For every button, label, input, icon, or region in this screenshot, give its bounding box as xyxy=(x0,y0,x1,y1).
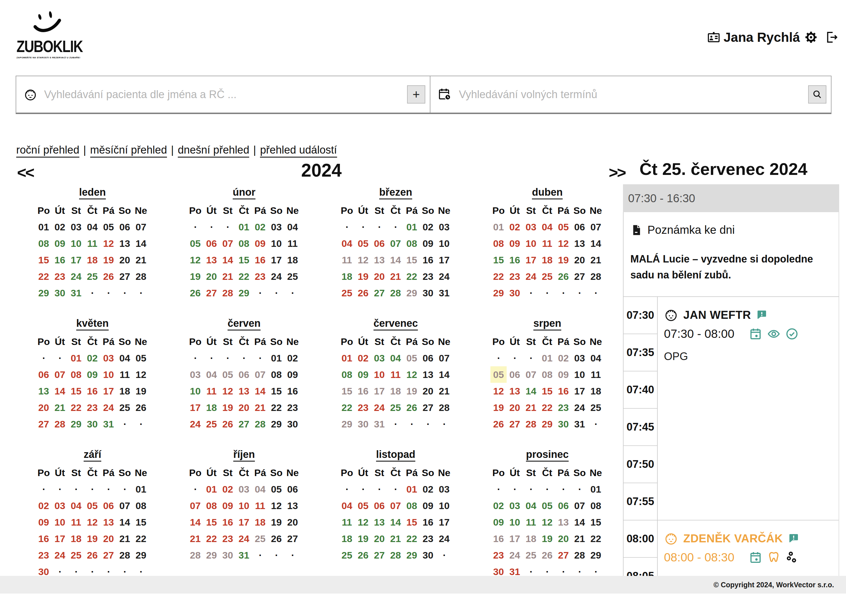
day-říjen-24[interactable]: 24 xyxy=(236,530,252,547)
day-březen-31[interactable]: 31 xyxy=(436,285,452,301)
day-červenec-21[interactable]: 21 xyxy=(436,383,452,399)
day-duben-23[interactable]: 23 xyxy=(507,268,523,285)
day-prosinec-06[interactable]: 06 xyxy=(555,497,571,514)
day-leden-05[interactable]: 05 xyxy=(100,219,117,235)
day-prosinec-21[interactable]: 21 xyxy=(571,530,588,547)
day-říjen-22[interactable]: 22 xyxy=(203,530,220,547)
day-březen-04[interactable]: 04 xyxy=(339,235,355,252)
slots-search-input[interactable] xyxy=(458,88,808,101)
day-listopad-26[interactable]: 26 xyxy=(355,547,371,563)
day-červenec-02[interactable]: 02 xyxy=(355,350,371,366)
day-září-17[interactable]: 17 xyxy=(52,530,68,547)
day-červenec-16[interactable]: 16 xyxy=(355,383,371,399)
day-březen-21[interactable]: 21 xyxy=(388,268,404,285)
day-únor-23[interactable]: 23 xyxy=(252,268,268,285)
day-červen-24[interactable]: 24 xyxy=(187,416,203,432)
day-srpen-22[interactable]: 22 xyxy=(539,399,555,416)
day-duben-20[interactable]: 20 xyxy=(571,252,588,268)
day-prosinec-14[interactable]: 14 xyxy=(571,514,588,530)
day-únor-16[interactable]: 16 xyxy=(252,252,268,268)
day-říjen-28[interactable]: 28 xyxy=(187,547,203,563)
day-září-23[interactable]: 23 xyxy=(35,547,52,563)
day-leden-22[interactable]: 22 xyxy=(35,268,52,285)
day-srpen-02[interactable]: 02 xyxy=(555,350,571,366)
day-listopad-20[interactable]: 20 xyxy=(371,530,388,547)
day-říjen-18[interactable]: 18 xyxy=(252,514,268,530)
day-květen-28[interactable]: 28 xyxy=(52,416,68,432)
day-červen-01[interactable]: 01 xyxy=(268,350,285,366)
day-březen-09[interactable]: 09 xyxy=(420,235,436,252)
month-title[interactable]: listopad xyxy=(339,449,452,461)
day-leden-14[interactable]: 14 xyxy=(133,235,149,252)
day-srpen-26[interactable]: 26 xyxy=(491,416,507,432)
day-únor-09[interactable]: 09 xyxy=(252,235,268,252)
day-únor-27[interactable]: 27 xyxy=(203,285,220,301)
day-prosinec-10[interactable]: 10 xyxy=(507,514,523,530)
day-květen-14[interactable]: 14 xyxy=(52,383,68,399)
day-září-19[interactable]: 19 xyxy=(84,530,100,547)
day-duben-06[interactable]: 06 xyxy=(571,219,588,235)
day-listopad-12[interactable]: 12 xyxy=(355,514,371,530)
day-srpen-30[interactable]: 30 xyxy=(555,416,571,432)
day-leden-30[interactable]: 30 xyxy=(52,285,68,301)
day-srpen-20[interactable]: 20 xyxy=(507,399,523,416)
day-leden-07[interactable]: 07 xyxy=(133,219,149,235)
day-srpen-05[interactable]: 05 xyxy=(491,366,507,383)
day-leden-03[interactable]: 03 xyxy=(68,219,84,235)
day-prosinec-26[interactable]: 26 xyxy=(539,547,555,563)
day-leden-24[interactable]: 24 xyxy=(68,268,84,285)
day-listopad-04[interactable]: 04 xyxy=(339,497,355,514)
day-září-22[interactable]: 22 xyxy=(133,530,149,547)
day-leden-25[interactable]: 25 xyxy=(84,268,100,285)
nav-link-1[interactable]: roční přehled xyxy=(16,144,79,158)
day-listopad-28[interactable]: 28 xyxy=(388,547,404,563)
day-duben-29[interactable]: 29 xyxy=(491,285,507,301)
day-listopad-27[interactable]: 27 xyxy=(371,547,388,563)
day-srpen-31[interactable]: 31 xyxy=(571,416,588,432)
day-leden-15[interactable]: 15 xyxy=(35,252,52,268)
day-listopad-15[interactable]: 15 xyxy=(404,514,420,530)
day-září-18[interactable]: 18 xyxy=(68,530,84,547)
day-říjen-01[interactable]: 01 xyxy=(203,481,220,497)
day-srpen-17[interactable]: 17 xyxy=(571,383,588,399)
day-březen-14[interactable]: 14 xyxy=(388,252,404,268)
day-březen-24[interactable]: 24 xyxy=(436,268,452,285)
month-title[interactable]: září xyxy=(35,449,149,461)
day-listopad-30[interactable]: 30 xyxy=(420,547,436,563)
day-únor-24[interactable]: 24 xyxy=(268,268,285,285)
day-květen-24[interactable]: 24 xyxy=(100,399,117,416)
day-duben-14[interactable]: 14 xyxy=(588,235,604,252)
day-květen-22[interactable]: 22 xyxy=(68,399,84,416)
day-září-08[interactable]: 08 xyxy=(133,497,149,514)
day-červenec-10[interactable]: 10 xyxy=(371,366,388,383)
day-červen-22[interactable]: 22 xyxy=(268,399,285,416)
day-únor-11[interactable]: 11 xyxy=(285,235,301,252)
month-title[interactable]: červen xyxy=(187,317,301,329)
day-leden-20[interactable]: 20 xyxy=(117,252,133,268)
day-říjen-07[interactable]: 07 xyxy=(187,497,203,514)
day-září-27[interactable]: 27 xyxy=(100,547,117,563)
day-listopad-18[interactable]: 18 xyxy=(339,530,355,547)
day-březen-02[interactable]: 02 xyxy=(420,219,436,235)
day-září-02[interactable]: 02 xyxy=(35,497,52,514)
day-listopad-02[interactable]: 02 xyxy=(420,481,436,497)
day-březen-03[interactable]: 03 xyxy=(436,219,452,235)
day-září-10[interactable]: 10 xyxy=(52,514,68,530)
day-červen-25[interactable]: 25 xyxy=(203,416,220,432)
day-listopad-11[interactable]: 11 xyxy=(339,514,355,530)
day-červen-23[interactable]: 23 xyxy=(285,399,301,416)
day-září-28[interactable]: 28 xyxy=(117,547,133,563)
day-květen-15[interactable]: 15 xyxy=(68,383,84,399)
day-březen-17[interactable]: 17 xyxy=(436,252,452,268)
day-březen-25[interactable]: 25 xyxy=(339,285,355,301)
day-duben-24[interactable]: 24 xyxy=(523,268,539,285)
day-duben-26[interactable]: 26 xyxy=(555,268,571,285)
day-říjen-31[interactable]: 31 xyxy=(236,547,252,563)
day-únor-04[interactable]: 04 xyxy=(285,219,301,235)
day-červen-11[interactable]: 11 xyxy=(203,383,220,399)
day-červen-17[interactable]: 17 xyxy=(187,399,203,416)
day-květen-31[interactable]: 31 xyxy=(100,416,117,432)
day-březen-11[interactable]: 11 xyxy=(339,252,355,268)
day-prosinec-29[interactable]: 29 xyxy=(588,547,604,563)
day-červenec-23[interactable]: 23 xyxy=(355,399,371,416)
